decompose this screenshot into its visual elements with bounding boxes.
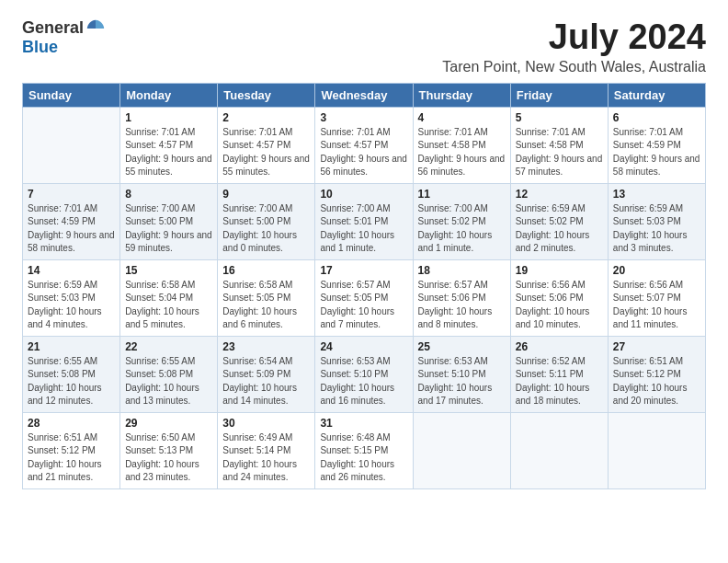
table-row: 5Sunrise: 7:01 AMSunset: 4:58 PMDaylight… — [510, 107, 608, 183]
day-number: 23 — [222, 340, 310, 353]
page-header: General Blue July 2024 Taren Point, New … — [22, 18, 706, 75]
day-number: 27 — [613, 340, 700, 353]
day-info: Sunrise: 7:01 AMSunset: 4:59 PMDaylight:… — [28, 202, 115, 256]
month-title: July 2024 — [442, 18, 706, 57]
day-number: 16 — [222, 264, 310, 277]
header-friday: Friday — [510, 83, 608, 107]
header-monday: Monday — [120, 83, 218, 107]
table-row: 25Sunrise: 6:53 AMSunset: 5:10 PMDayligh… — [413, 336, 510, 412]
day-number: 11 — [418, 188, 506, 201]
table-row: 20Sunrise: 6:56 AMSunset: 5:07 PMDayligh… — [608, 259, 705, 336]
day-number: 29 — [125, 417, 212, 430]
header-sunday: Sunday — [23, 83, 120, 107]
day-info: Sunrise: 6:58 AMSunset: 5:04 PMDaylight:… — [125, 279, 212, 332]
day-info: Sunrise: 7:01 AMSunset: 4:57 PMDaylight:… — [125, 126, 212, 179]
day-info: Sunrise: 6:53 AMSunset: 5:10 PMDaylight:… — [418, 355, 506, 408]
day-info: Sunrise: 6:51 AMSunset: 5:12 PMDaylight:… — [28, 431, 115, 485]
calendar-week-row: 21Sunrise: 6:55 AMSunset: 5:08 PMDayligh… — [23, 336, 706, 412]
day-number: 7 — [28, 188, 115, 201]
day-info: Sunrise: 6:59 AMSunset: 5:03 PMDaylight:… — [613, 202, 700, 256]
table-row: 8Sunrise: 7:00 AMSunset: 5:00 PMDaylight… — [120, 183, 218, 259]
table-row: 30Sunrise: 6:49 AMSunset: 5:14 PMDayligh… — [218, 412, 315, 488]
day-number: 10 — [320, 188, 407, 201]
day-info: Sunrise: 7:00 AMSunset: 5:01 PMDaylight:… — [320, 202, 407, 256]
table-row — [510, 412, 608, 488]
day-info: Sunrise: 6:52 AMSunset: 5:11 PMDaylight:… — [516, 355, 603, 408]
table-row: 9Sunrise: 7:00 AMSunset: 5:00 PMDaylight… — [218, 183, 315, 259]
day-number: 1 — [125, 111, 212, 124]
table-row: 2Sunrise: 7:01 AMSunset: 4:57 PMDaylight… — [218, 107, 315, 183]
table-row: 16Sunrise: 6:58 AMSunset: 5:05 PMDayligh… — [218, 259, 315, 336]
table-row: 27Sunrise: 6:51 AMSunset: 5:12 PMDayligh… — [608, 336, 705, 412]
day-number: 25 — [418, 340, 506, 353]
table-row — [413, 412, 510, 488]
day-number: 12 — [516, 188, 603, 201]
day-info: Sunrise: 7:00 AMSunset: 5:02 PMDaylight:… — [418, 202, 506, 256]
table-row: 17Sunrise: 6:57 AMSunset: 5:05 PMDayligh… — [315, 259, 413, 336]
day-number: 15 — [125, 264, 212, 277]
day-number: 14 — [28, 264, 115, 277]
day-info: Sunrise: 6:56 AMSunset: 5:06 PMDaylight:… — [516, 279, 603, 332]
logo: General Blue — [22, 18, 106, 57]
day-number: 6 — [613, 111, 700, 124]
table-row: 12Sunrise: 6:59 AMSunset: 5:02 PMDayligh… — [510, 183, 608, 259]
day-info: Sunrise: 6:56 AMSunset: 5:07 PMDaylight:… — [613, 279, 700, 332]
day-info: Sunrise: 7:00 AMSunset: 5:00 PMDaylight:… — [125, 202, 212, 256]
calendar-week-row: 1Sunrise: 7:01 AMSunset: 4:57 PMDaylight… — [23, 107, 706, 183]
day-info: Sunrise: 6:57 AMSunset: 5:05 PMDaylight:… — [320, 279, 407, 332]
logo-icon — [85, 18, 106, 39]
table-row: 3Sunrise: 7:01 AMSunset: 4:57 PMDaylight… — [315, 107, 413, 183]
day-info: Sunrise: 7:01 AMSunset: 4:57 PMDaylight:… — [320, 126, 407, 179]
header-tuesday: Tuesday — [218, 83, 315, 107]
calendar-header-row: Sunday Monday Tuesday Wednesday Thursday… — [23, 83, 706, 107]
table-row: 4Sunrise: 7:01 AMSunset: 4:58 PMDaylight… — [413, 107, 510, 183]
title-block: July 2024 Taren Point, New South Wales, … — [442, 18, 706, 75]
day-info: Sunrise: 6:48 AMSunset: 5:15 PMDaylight:… — [320, 431, 407, 485]
day-number: 31 — [320, 417, 407, 430]
day-info: Sunrise: 7:01 AMSunset: 4:58 PMDaylight:… — [418, 126, 506, 179]
day-info: Sunrise: 6:49 AMSunset: 5:14 PMDaylight:… — [222, 431, 310, 485]
day-number: 28 — [28, 417, 115, 430]
day-info: Sunrise: 6:53 AMSunset: 5:10 PMDaylight:… — [320, 355, 407, 408]
table-row: 18Sunrise: 6:57 AMSunset: 5:06 PMDayligh… — [413, 259, 510, 336]
day-number: 21 — [28, 340, 115, 353]
day-info: Sunrise: 6:55 AMSunset: 5:08 PMDaylight:… — [125, 355, 212, 408]
table-row: 22Sunrise: 6:55 AMSunset: 5:08 PMDayligh… — [120, 336, 218, 412]
day-number: 2 — [222, 111, 310, 124]
table-row: 6Sunrise: 7:01 AMSunset: 4:59 PMDaylight… — [608, 107, 705, 183]
day-number: 26 — [516, 340, 603, 353]
day-info: Sunrise: 6:54 AMSunset: 5:09 PMDaylight:… — [222, 355, 310, 408]
day-info: Sunrise: 7:01 AMSunset: 4:58 PMDaylight:… — [516, 126, 603, 179]
day-number: 9 — [222, 188, 310, 201]
day-number: 13 — [613, 188, 700, 201]
table-row: 28Sunrise: 6:51 AMSunset: 5:12 PMDayligh… — [23, 412, 120, 488]
day-number: 5 — [516, 111, 603, 124]
day-info: Sunrise: 7:01 AMSunset: 4:59 PMDaylight:… — [613, 126, 700, 179]
header-saturday: Saturday — [608, 83, 705, 107]
table-row: 31Sunrise: 6:48 AMSunset: 5:15 PMDayligh… — [315, 412, 413, 488]
day-number: 19 — [516, 264, 603, 277]
day-number: 18 — [418, 264, 506, 277]
location-title: Taren Point, New South Wales, Australia — [442, 59, 706, 75]
table-row: 26Sunrise: 6:52 AMSunset: 5:11 PMDayligh… — [510, 336, 608, 412]
day-info: Sunrise: 6:59 AMSunset: 5:02 PMDaylight:… — [516, 202, 603, 256]
calendar-table: Sunday Monday Tuesday Wednesday Thursday… — [22, 83, 706, 489]
day-info: Sunrise: 6:58 AMSunset: 5:05 PMDaylight:… — [222, 279, 310, 332]
table-row: 24Sunrise: 6:53 AMSunset: 5:10 PMDayligh… — [315, 336, 413, 412]
day-number: 20 — [613, 264, 700, 277]
table-row — [23, 107, 120, 183]
day-number: 22 — [125, 340, 212, 353]
day-info: Sunrise: 6:51 AMSunset: 5:12 PMDaylight:… — [613, 355, 700, 408]
table-row: 14Sunrise: 6:59 AMSunset: 5:03 PMDayligh… — [23, 259, 120, 336]
day-info: Sunrise: 6:59 AMSunset: 5:03 PMDaylight:… — [28, 279, 115, 332]
day-info: Sunrise: 7:00 AMSunset: 5:00 PMDaylight:… — [222, 202, 310, 256]
logo-general: General — [22, 19, 84, 38]
calendar-week-row: 7Sunrise: 7:01 AMSunset: 4:59 PMDaylight… — [23, 183, 706, 259]
table-row: 21Sunrise: 6:55 AMSunset: 5:08 PMDayligh… — [23, 336, 120, 412]
day-info: Sunrise: 6:55 AMSunset: 5:08 PMDaylight:… — [28, 355, 115, 408]
table-row: 23Sunrise: 6:54 AMSunset: 5:09 PMDayligh… — [218, 336, 315, 412]
day-info: Sunrise: 6:50 AMSunset: 5:13 PMDaylight:… — [125, 431, 212, 485]
day-number: 3 — [320, 111, 407, 124]
logo-blue: Blue — [22, 39, 106, 57]
table-row: 19Sunrise: 6:56 AMSunset: 5:06 PMDayligh… — [510, 259, 608, 336]
